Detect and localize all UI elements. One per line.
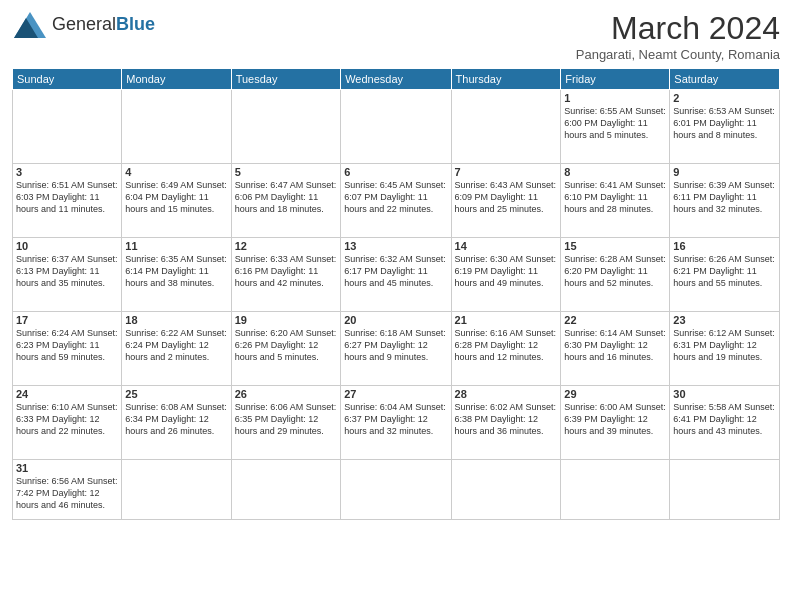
day-info: Sunrise: 5:58 AM Sunset: 6:41 PM Dayligh… [673, 401, 776, 437]
day-info: Sunrise: 6:49 AM Sunset: 6:04 PM Dayligh… [125, 179, 227, 215]
col-friday: Friday [561, 69, 670, 90]
page-header: GeneralBlue March 2024 Pangarati, Neamt … [12, 10, 780, 62]
col-thursday: Thursday [451, 69, 561, 90]
logo-icon [12, 10, 48, 40]
logo-text: GeneralBlue [52, 15, 155, 35]
table-row: 24Sunrise: 6:10 AM Sunset: 6:33 PM Dayli… [13, 386, 122, 460]
day-info: Sunrise: 6:55 AM Sunset: 6:00 PM Dayligh… [564, 105, 666, 141]
day-number: 18 [125, 314, 227, 326]
table-row [231, 460, 341, 520]
day-number: 22 [564, 314, 666, 326]
day-info: Sunrise: 6:12 AM Sunset: 6:31 PM Dayligh… [673, 327, 776, 363]
day-number: 14 [455, 240, 558, 252]
day-number: 15 [564, 240, 666, 252]
day-number: 30 [673, 388, 776, 400]
day-info: Sunrise: 6:20 AM Sunset: 6:26 PM Dayligh… [235, 327, 338, 363]
day-info: Sunrise: 6:00 AM Sunset: 6:39 PM Dayligh… [564, 401, 666, 437]
table-row [341, 460, 451, 520]
table-row: 12Sunrise: 6:33 AM Sunset: 6:16 PM Dayli… [231, 238, 341, 312]
day-info: Sunrise: 6:35 AM Sunset: 6:14 PM Dayligh… [125, 253, 227, 289]
table-row: 15Sunrise: 6:28 AM Sunset: 6:20 PM Dayli… [561, 238, 670, 312]
table-row [122, 90, 231, 164]
day-info: Sunrise: 6:10 AM Sunset: 6:33 PM Dayligh… [16, 401, 118, 437]
table-row: 27Sunrise: 6:04 AM Sunset: 6:37 PM Dayli… [341, 386, 451, 460]
day-number: 8 [564, 166, 666, 178]
day-number: 6 [344, 166, 447, 178]
day-info: Sunrise: 6:14 AM Sunset: 6:30 PM Dayligh… [564, 327, 666, 363]
day-info: Sunrise: 6:45 AM Sunset: 6:07 PM Dayligh… [344, 179, 447, 215]
day-number: 26 [235, 388, 338, 400]
day-info: Sunrise: 6:18 AM Sunset: 6:27 PM Dayligh… [344, 327, 447, 363]
table-row: 9Sunrise: 6:39 AM Sunset: 6:11 PM Daylig… [670, 164, 780, 238]
table-row: 13Sunrise: 6:32 AM Sunset: 6:17 PM Dayli… [341, 238, 451, 312]
day-number: 9 [673, 166, 776, 178]
col-sunday: Sunday [13, 69, 122, 90]
day-number: 4 [125, 166, 227, 178]
day-number: 7 [455, 166, 558, 178]
table-row [670, 460, 780, 520]
table-row: 11Sunrise: 6:35 AM Sunset: 6:14 PM Dayli… [122, 238, 231, 312]
table-row [341, 90, 451, 164]
col-wednesday: Wednesday [341, 69, 451, 90]
table-row: 14Sunrise: 6:30 AM Sunset: 6:19 PM Dayli… [451, 238, 561, 312]
day-number: 16 [673, 240, 776, 252]
col-tuesday: Tuesday [231, 69, 341, 90]
table-row: 30Sunrise: 5:58 AM Sunset: 6:41 PM Dayli… [670, 386, 780, 460]
day-number: 5 [235, 166, 338, 178]
day-number: 10 [16, 240, 118, 252]
table-row [122, 460, 231, 520]
table-row: 10Sunrise: 6:37 AM Sunset: 6:13 PM Dayli… [13, 238, 122, 312]
calendar-table: Sunday Monday Tuesday Wednesday Thursday… [12, 68, 780, 520]
day-number: 20 [344, 314, 447, 326]
day-number: 25 [125, 388, 227, 400]
calendar-title: March 2024 [576, 10, 780, 47]
day-number: 11 [125, 240, 227, 252]
calendar-location: Pangarati, Neamt County, Romania [576, 47, 780, 62]
table-row: 22Sunrise: 6:14 AM Sunset: 6:30 PM Dayli… [561, 312, 670, 386]
day-info: Sunrise: 6:22 AM Sunset: 6:24 PM Dayligh… [125, 327, 227, 363]
day-info: Sunrise: 6:37 AM Sunset: 6:13 PM Dayligh… [16, 253, 118, 289]
day-info: Sunrise: 6:47 AM Sunset: 6:06 PM Dayligh… [235, 179, 338, 215]
calendar-header-row: Sunday Monday Tuesday Wednesday Thursday… [13, 69, 780, 90]
day-info: Sunrise: 6:56 AM Sunset: 7:42 PM Dayligh… [16, 475, 118, 511]
day-info: Sunrise: 6:24 AM Sunset: 6:23 PM Dayligh… [16, 327, 118, 363]
table-row: 7Sunrise: 6:43 AM Sunset: 6:09 PM Daylig… [451, 164, 561, 238]
day-info: Sunrise: 6:16 AM Sunset: 6:28 PM Dayligh… [455, 327, 558, 363]
table-row: 17Sunrise: 6:24 AM Sunset: 6:23 PM Dayli… [13, 312, 122, 386]
day-number: 28 [455, 388, 558, 400]
day-number: 12 [235, 240, 338, 252]
day-number: 24 [16, 388, 118, 400]
day-number: 27 [344, 388, 447, 400]
table-row [451, 90, 561, 164]
table-row [13, 90, 122, 164]
day-number: 17 [16, 314, 118, 326]
col-saturday: Saturday [670, 69, 780, 90]
day-info: Sunrise: 6:06 AM Sunset: 6:35 PM Dayligh… [235, 401, 338, 437]
table-row [561, 460, 670, 520]
day-info: Sunrise: 6:30 AM Sunset: 6:19 PM Dayligh… [455, 253, 558, 289]
table-row: 8Sunrise: 6:41 AM Sunset: 6:10 PM Daylig… [561, 164, 670, 238]
day-number: 23 [673, 314, 776, 326]
day-info: Sunrise: 6:43 AM Sunset: 6:09 PM Dayligh… [455, 179, 558, 215]
table-row: 28Sunrise: 6:02 AM Sunset: 6:38 PM Dayli… [451, 386, 561, 460]
table-row: 19Sunrise: 6:20 AM Sunset: 6:26 PM Dayli… [231, 312, 341, 386]
table-row: 1Sunrise: 6:55 AM Sunset: 6:00 PM Daylig… [561, 90, 670, 164]
day-number: 2 [673, 92, 776, 104]
table-row: 23Sunrise: 6:12 AM Sunset: 6:31 PM Dayli… [670, 312, 780, 386]
table-row: 31Sunrise: 6:56 AM Sunset: 7:42 PM Dayli… [13, 460, 122, 520]
table-row: 16Sunrise: 6:26 AM Sunset: 6:21 PM Dayli… [670, 238, 780, 312]
day-number: 21 [455, 314, 558, 326]
day-info: Sunrise: 6:32 AM Sunset: 6:17 PM Dayligh… [344, 253, 447, 289]
table-row [451, 460, 561, 520]
day-info: Sunrise: 6:02 AM Sunset: 6:38 PM Dayligh… [455, 401, 558, 437]
day-number: 3 [16, 166, 118, 178]
table-row: 2Sunrise: 6:53 AM Sunset: 6:01 PM Daylig… [670, 90, 780, 164]
day-info: Sunrise: 6:26 AM Sunset: 6:21 PM Dayligh… [673, 253, 776, 289]
day-info: Sunrise: 6:53 AM Sunset: 6:01 PM Dayligh… [673, 105, 776, 141]
day-info: Sunrise: 6:08 AM Sunset: 6:34 PM Dayligh… [125, 401, 227, 437]
day-info: Sunrise: 6:51 AM Sunset: 6:03 PM Dayligh… [16, 179, 118, 215]
table-row: 29Sunrise: 6:00 AM Sunset: 6:39 PM Dayli… [561, 386, 670, 460]
table-row: 18Sunrise: 6:22 AM Sunset: 6:24 PM Dayli… [122, 312, 231, 386]
day-number: 1 [564, 92, 666, 104]
logo: GeneralBlue [12, 10, 155, 40]
